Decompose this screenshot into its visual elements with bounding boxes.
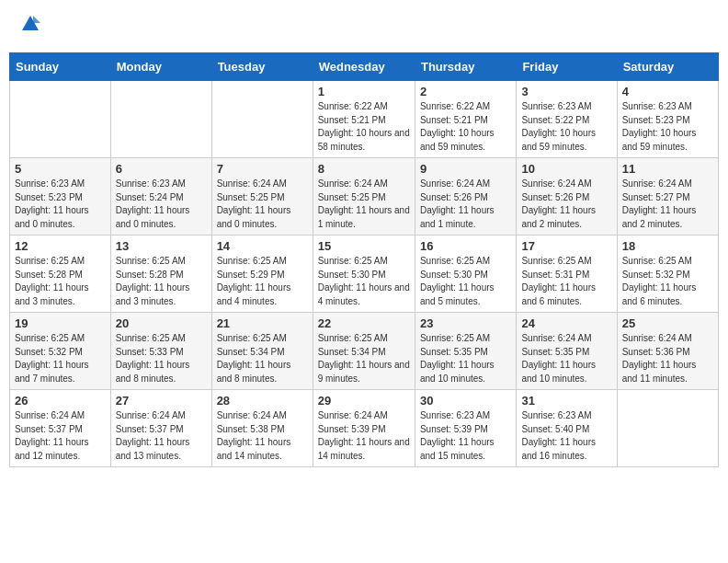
day-number: 28 bbox=[217, 394, 308, 408]
calendar-cell: 4Sunrise: 6:23 AMSunset: 5:23 PMDaylight… bbox=[617, 81, 718, 158]
calendar-week-row: 12Sunrise: 6:25 AMSunset: 5:28 PMDayligh… bbox=[10, 236, 719, 313]
day-number: 23 bbox=[420, 316, 511, 330]
day-number: 3 bbox=[521, 85, 611, 98]
calendar-cell: 22Sunrise: 6:25 AMSunset: 5:34 PMDayligh… bbox=[313, 313, 415, 390]
day-number: 12 bbox=[15, 239, 106, 253]
weekday-header-cell: Saturday bbox=[617, 53, 718, 81]
day-info: Sunrise: 6:22 AMSunset: 5:21 PMDaylight:… bbox=[420, 100, 511, 154]
day-number: 4 bbox=[622, 85, 713, 98]
day-info: Sunrise: 6:23 AMSunset: 5:40 PMDaylight:… bbox=[521, 409, 611, 463]
day-number: 10 bbox=[521, 162, 611, 176]
day-number: 8 bbox=[318, 162, 410, 176]
calendar-cell: 19Sunrise: 6:25 AMSunset: 5:32 PMDayligh… bbox=[10, 313, 111, 390]
day-number: 29 bbox=[318, 394, 410, 408]
calendar-cell: 11Sunrise: 6:24 AMSunset: 5:27 PMDayligh… bbox=[617, 158, 718, 236]
calendar-week-row: 5Sunrise: 6:23 AMSunset: 5:23 PMDaylight… bbox=[10, 158, 719, 236]
page-header bbox=[9, 9, 719, 43]
calendar-week-row: 1Sunrise: 6:22 AMSunset: 5:21 PMDaylight… bbox=[10, 81, 719, 158]
day-number: 5 bbox=[15, 162, 106, 176]
calendar-body: 1Sunrise: 6:22 AMSunset: 5:21 PMDaylight… bbox=[10, 81, 719, 467]
day-number: 1 bbox=[318, 85, 410, 98]
day-info: Sunrise: 6:24 AMSunset: 5:27 PMDaylight:… bbox=[622, 178, 713, 231]
day-info: Sunrise: 6:24 AMSunset: 5:25 PMDaylight:… bbox=[217, 178, 308, 231]
day-number: 7 bbox=[217, 162, 308, 176]
calendar-week-row: 19Sunrise: 6:25 AMSunset: 5:32 PMDayligh… bbox=[10, 313, 719, 390]
calendar-cell: 31Sunrise: 6:23 AMSunset: 5:40 PMDayligh… bbox=[517, 390, 617, 467]
day-info: Sunrise: 6:25 AMSunset: 5:28 PMDaylight:… bbox=[15, 255, 106, 308]
day-info: Sunrise: 6:25 AMSunset: 5:35 PMDaylight:… bbox=[420, 332, 511, 385]
calendar-cell: 10Sunrise: 6:24 AMSunset: 5:26 PMDayligh… bbox=[517, 158, 617, 236]
weekday-header-cell: Thursday bbox=[415, 53, 516, 81]
calendar-cell: 18Sunrise: 6:25 AMSunset: 5:32 PMDayligh… bbox=[617, 236, 718, 313]
day-info: Sunrise: 6:25 AMSunset: 5:28 PMDaylight:… bbox=[116, 255, 207, 308]
calendar-cell: 8Sunrise: 6:24 AMSunset: 5:25 PMDaylight… bbox=[313, 158, 415, 236]
calendar-cell: 15Sunrise: 6:25 AMSunset: 5:30 PMDayligh… bbox=[313, 236, 415, 313]
day-number: 22 bbox=[318, 316, 410, 330]
weekday-header-cell: Friday bbox=[517, 53, 617, 81]
calendar-cell: 27Sunrise: 6:24 AMSunset: 5:37 PMDayligh… bbox=[110, 390, 211, 467]
day-info: Sunrise: 6:24 AMSunset: 5:37 PMDaylight:… bbox=[116, 409, 207, 463]
day-info: Sunrise: 6:25 AMSunset: 5:31 PMDaylight:… bbox=[521, 255, 611, 308]
day-info: Sunrise: 6:24 AMSunset: 5:39 PMDaylight:… bbox=[318, 409, 410, 463]
calendar-cell bbox=[110, 81, 211, 158]
calendar-cell: 14Sunrise: 6:25 AMSunset: 5:29 PMDayligh… bbox=[211, 236, 313, 313]
weekday-header-row: SundayMondayTuesdayWednesdayThursdayFrid… bbox=[10, 53, 719, 81]
day-info: Sunrise: 6:23 AMSunset: 5:23 PMDaylight:… bbox=[622, 100, 713, 154]
weekday-header-cell: Sunday bbox=[10, 53, 111, 81]
calendar-cell: 6Sunrise: 6:23 AMSunset: 5:24 PMDaylight… bbox=[110, 158, 211, 236]
calendar-cell: 7Sunrise: 6:24 AMSunset: 5:25 PMDaylight… bbox=[211, 158, 313, 236]
day-info: Sunrise: 6:24 AMSunset: 5:26 PMDaylight:… bbox=[420, 178, 511, 231]
weekday-header-cell: Monday bbox=[110, 53, 211, 81]
calendar-cell: 28Sunrise: 6:24 AMSunset: 5:38 PMDayligh… bbox=[211, 390, 313, 467]
day-info: Sunrise: 6:25 AMSunset: 5:32 PMDaylight:… bbox=[15, 332, 106, 385]
day-number: 20 bbox=[116, 316, 207, 330]
day-number: 21 bbox=[217, 316, 308, 330]
weekday-header-cell: Wednesday bbox=[313, 53, 415, 81]
calendar-cell bbox=[617, 390, 718, 467]
day-number: 18 bbox=[622, 239, 713, 253]
day-number: 14 bbox=[217, 239, 308, 253]
day-info: Sunrise: 6:24 AMSunset: 5:25 PMDaylight:… bbox=[318, 178, 410, 231]
day-number: 24 bbox=[521, 316, 611, 330]
calendar-week-row: 26Sunrise: 6:24 AMSunset: 5:37 PMDayligh… bbox=[10, 390, 719, 467]
day-info: Sunrise: 6:23 AMSunset: 5:24 PMDaylight:… bbox=[116, 178, 207, 231]
calendar-cell: 20Sunrise: 6:25 AMSunset: 5:33 PMDayligh… bbox=[110, 313, 211, 390]
calendar-cell: 21Sunrise: 6:25 AMSunset: 5:34 PMDayligh… bbox=[211, 313, 313, 390]
calendar-cell: 23Sunrise: 6:25 AMSunset: 5:35 PMDayligh… bbox=[415, 313, 516, 390]
day-info: Sunrise: 6:23 AMSunset: 5:23 PMDaylight:… bbox=[15, 178, 106, 231]
calendar-cell: 5Sunrise: 6:23 AMSunset: 5:23 PMDaylight… bbox=[10, 158, 111, 236]
day-number: 11 bbox=[622, 162, 713, 176]
weekday-header-cell: Tuesday bbox=[211, 53, 313, 81]
calendar-cell: 17Sunrise: 6:25 AMSunset: 5:31 PMDayligh… bbox=[517, 236, 617, 313]
calendar-cell bbox=[10, 81, 111, 158]
day-number: 2 bbox=[420, 85, 511, 98]
day-info: Sunrise: 6:25 AMSunset: 5:29 PMDaylight:… bbox=[217, 255, 308, 308]
calendar-cell: 1Sunrise: 6:22 AMSunset: 5:21 PMDaylight… bbox=[313, 81, 415, 158]
day-number: 19 bbox=[15, 316, 106, 330]
calendar-cell: 2Sunrise: 6:22 AMSunset: 5:21 PMDaylight… bbox=[415, 81, 516, 158]
calendar-cell: 3Sunrise: 6:23 AMSunset: 5:22 PMDaylight… bbox=[517, 81, 617, 158]
calendar-cell: 12Sunrise: 6:25 AMSunset: 5:28 PMDayligh… bbox=[10, 236, 111, 313]
day-number: 31 bbox=[521, 394, 611, 408]
logo-icon bbox=[20, 14, 40, 34]
day-info: Sunrise: 6:25 AMSunset: 5:34 PMDaylight:… bbox=[217, 332, 308, 385]
calendar-cell: 13Sunrise: 6:25 AMSunset: 5:28 PMDayligh… bbox=[110, 236, 211, 313]
day-number: 27 bbox=[116, 394, 207, 408]
day-info: Sunrise: 6:23 AMSunset: 5:22 PMDaylight:… bbox=[521, 100, 611, 154]
calendar-cell: 9Sunrise: 6:24 AMSunset: 5:26 PMDaylight… bbox=[415, 158, 516, 236]
day-info: Sunrise: 6:24 AMSunset: 5:37 PMDaylight:… bbox=[15, 409, 106, 463]
calendar-cell bbox=[211, 81, 313, 158]
calendar-cell: 24Sunrise: 6:24 AMSunset: 5:35 PMDayligh… bbox=[517, 313, 617, 390]
day-number: 30 bbox=[420, 394, 511, 408]
day-info: Sunrise: 6:25 AMSunset: 5:30 PMDaylight:… bbox=[318, 255, 410, 308]
logo bbox=[18, 14, 42, 39]
day-number: 15 bbox=[318, 239, 410, 253]
calendar-table: SundayMondayTuesdayWednesdayThursdayFrid… bbox=[9, 52, 719, 467]
day-info: Sunrise: 6:24 AMSunset: 5:36 PMDaylight:… bbox=[622, 332, 713, 385]
day-number: 6 bbox=[116, 162, 207, 176]
day-info: Sunrise: 6:25 AMSunset: 5:34 PMDaylight:… bbox=[318, 332, 410, 385]
day-number: 9 bbox=[420, 162, 511, 176]
day-number: 16 bbox=[420, 239, 511, 253]
day-info: Sunrise: 6:24 AMSunset: 5:26 PMDaylight:… bbox=[521, 178, 611, 231]
day-info: Sunrise: 6:23 AMSunset: 5:39 PMDaylight:… bbox=[420, 409, 511, 463]
